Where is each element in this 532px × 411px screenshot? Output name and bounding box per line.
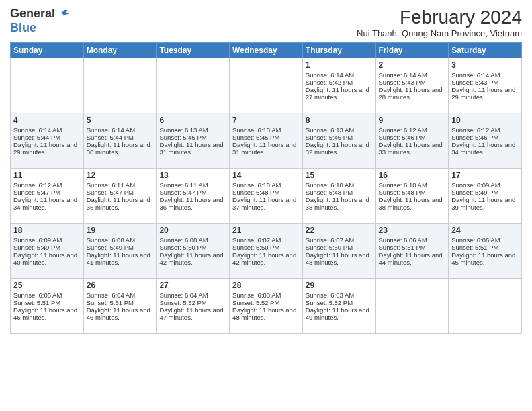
day-info: Daylight: 11 hours and 42 minutes. xyxy=(232,251,300,266)
day-info: Sunrise: 6:14 AM xyxy=(306,71,373,79)
logo-bird-icon xyxy=(58,8,70,20)
day-number: 27 xyxy=(159,281,226,290)
table-row xyxy=(230,58,303,113)
table-row: 24Sunrise: 6:06 AMSunset: 5:51 PMDayligh… xyxy=(449,224,522,279)
day-number: 21 xyxy=(232,226,300,235)
day-info: Sunrise: 6:10 AM xyxy=(306,181,373,189)
day-info: Daylight: 11 hours and 28 minutes. xyxy=(379,86,446,101)
day-info: Sunset: 5:51 PM xyxy=(13,299,81,306)
day-number: 4 xyxy=(13,116,81,125)
month-year-title: February 2024 xyxy=(357,7,522,28)
day-info: Daylight: 11 hours and 34 minutes. xyxy=(13,196,81,211)
table-row xyxy=(83,58,157,113)
day-info: Sunrise: 6:04 AM xyxy=(159,291,226,299)
page-header: General Blue February 2024 Nui Thanh, Qu… xyxy=(10,7,522,38)
day-info: Sunrise: 6:10 AM xyxy=(232,181,300,189)
day-info: Sunset: 5:47 PM xyxy=(159,189,226,196)
day-number: 19 xyxy=(87,226,154,235)
day-info: Sunset: 5:48 PM xyxy=(232,189,300,196)
table-row xyxy=(449,279,522,334)
day-info: Sunset: 5:50 PM xyxy=(232,244,300,251)
col-monday: Monday xyxy=(83,43,157,58)
day-info: Sunrise: 6:04 AM xyxy=(87,291,154,299)
day-info: Daylight: 11 hours and 38 minutes. xyxy=(306,196,373,211)
table-row: 28Sunrise: 6:03 AMSunset: 5:52 PMDayligh… xyxy=(230,279,303,334)
table-row: 2Sunrise: 6:14 AMSunset: 5:43 PMDaylight… xyxy=(375,58,449,113)
table-row: 15Sunrise: 6:10 AMSunset: 5:48 PMDayligh… xyxy=(302,169,375,224)
day-info: Sunrise: 6:06 AM xyxy=(379,236,446,244)
day-info: Daylight: 11 hours and 34 minutes. xyxy=(451,141,519,156)
calendar-week-row: 18Sunrise: 6:09 AMSunset: 5:49 PMDayligh… xyxy=(11,224,522,279)
day-info: Sunset: 5:47 PM xyxy=(87,189,154,196)
day-info: Daylight: 11 hours and 37 minutes. xyxy=(232,196,300,211)
table-row xyxy=(11,58,84,113)
day-info: Daylight: 11 hours and 43 minutes. xyxy=(306,251,373,266)
day-info: Sunrise: 6:14 AM xyxy=(451,71,519,79)
day-number: 12 xyxy=(87,171,154,180)
day-info: Sunset: 5:42 PM xyxy=(306,79,373,86)
calendar-table: Sunday Monday Tuesday Wednesday Thursday… xyxy=(10,42,522,334)
location-subtitle: Nui Thanh, Quang Nam Province, Vietnam xyxy=(357,28,522,38)
day-info: Daylight: 11 hours and 46 minutes. xyxy=(87,306,154,321)
day-info: Daylight: 11 hours and 27 minutes. xyxy=(306,86,373,101)
day-info: Sunset: 5:46 PM xyxy=(379,134,446,141)
table-row: 18Sunrise: 6:09 AMSunset: 5:49 PMDayligh… xyxy=(11,224,84,279)
table-row: 21Sunrise: 6:07 AMSunset: 5:50 PMDayligh… xyxy=(230,224,303,279)
calendar-week-row: 11Sunrise: 6:12 AMSunset: 5:47 PMDayligh… xyxy=(11,169,522,224)
col-wednesday: Wednesday xyxy=(230,43,303,58)
day-info: Sunrise: 6:03 AM xyxy=(306,291,373,299)
col-thursday: Thursday xyxy=(302,43,375,58)
day-info: Sunrise: 6:14 AM xyxy=(13,126,81,134)
table-row: 22Sunrise: 6:07 AMSunset: 5:50 PMDayligh… xyxy=(302,224,375,279)
day-info: Sunrise: 6:07 AM xyxy=(306,236,373,244)
day-info: Daylight: 11 hours and 47 minutes. xyxy=(159,306,226,321)
table-row: 14Sunrise: 6:10 AMSunset: 5:48 PMDayligh… xyxy=(230,169,303,224)
day-info: Daylight: 11 hours and 41 minutes. xyxy=(87,251,154,266)
day-info: Sunrise: 6:14 AM xyxy=(87,126,154,134)
day-info: Sunset: 5:49 PM xyxy=(451,189,519,196)
day-info: Sunrise: 6:13 AM xyxy=(306,126,373,134)
table-row xyxy=(157,58,230,113)
table-row: 12Sunrise: 6:11 AMSunset: 5:47 PMDayligh… xyxy=(83,169,157,224)
day-info: Sunrise: 6:13 AM xyxy=(232,126,300,134)
day-info: Sunset: 5:51 PM xyxy=(451,244,519,251)
day-info: Sunrise: 6:07 AM xyxy=(232,236,300,244)
calendar-week-row: 4Sunrise: 6:14 AMSunset: 5:44 PMDaylight… xyxy=(11,113,522,169)
day-info: Sunset: 5:45 PM xyxy=(232,134,300,141)
day-info: Sunset: 5:52 PM xyxy=(232,299,300,306)
day-info: Sunset: 5:45 PM xyxy=(306,134,373,141)
table-row: 29Sunrise: 6:03 AMSunset: 5:52 PMDayligh… xyxy=(302,279,375,334)
day-number: 17 xyxy=(451,171,519,180)
table-row: 7Sunrise: 6:13 AMSunset: 5:45 PMDaylight… xyxy=(230,113,303,169)
table-row: 19Sunrise: 6:08 AMSunset: 5:49 PMDayligh… xyxy=(83,224,157,279)
day-info: Sunset: 5:48 PM xyxy=(379,189,446,196)
day-info: Sunrise: 6:05 AM xyxy=(13,291,81,299)
day-number: 18 xyxy=(13,226,81,235)
table-row: 27Sunrise: 6:04 AMSunset: 5:52 PMDayligh… xyxy=(157,279,230,334)
table-row: 11Sunrise: 6:12 AMSunset: 5:47 PMDayligh… xyxy=(11,169,84,224)
logo-blue: Blue xyxy=(10,21,36,35)
day-info: Sunset: 5:49 PM xyxy=(87,244,154,251)
day-info: Daylight: 11 hours and 31 minutes. xyxy=(159,141,226,156)
table-row: 1Sunrise: 6:14 AMSunset: 5:42 PMDaylight… xyxy=(302,58,375,113)
day-info: Daylight: 11 hours and 29 minutes. xyxy=(13,141,81,156)
day-info: Daylight: 11 hours and 30 minutes. xyxy=(87,141,154,156)
day-info: Sunset: 5:50 PM xyxy=(159,244,226,251)
day-number: 11 xyxy=(13,171,81,180)
day-number: 13 xyxy=(159,171,226,180)
day-info: Sunset: 5:45 PM xyxy=(159,134,226,141)
day-number: 28 xyxy=(232,281,300,290)
day-info: Sunrise: 6:09 AM xyxy=(451,181,519,189)
day-info: Sunrise: 6:12 AM xyxy=(379,126,446,134)
day-number: 10 xyxy=(451,116,519,125)
day-info: Sunset: 5:44 PM xyxy=(13,134,81,141)
calendar-week-row: 1Sunrise: 6:14 AMSunset: 5:42 PMDaylight… xyxy=(11,58,522,113)
day-info: Sunset: 5:48 PM xyxy=(306,189,373,196)
day-number: 1 xyxy=(306,60,373,70)
table-row: 20Sunrise: 6:08 AMSunset: 5:50 PMDayligh… xyxy=(157,224,230,279)
day-info: Sunrise: 6:11 AM xyxy=(159,181,226,189)
day-info: Sunrise: 6:06 AM xyxy=(451,236,519,244)
day-number: 2 xyxy=(379,60,446,70)
day-info: Daylight: 11 hours and 48 minutes. xyxy=(232,306,300,321)
day-info: Sunrise: 6:08 AM xyxy=(87,236,154,244)
